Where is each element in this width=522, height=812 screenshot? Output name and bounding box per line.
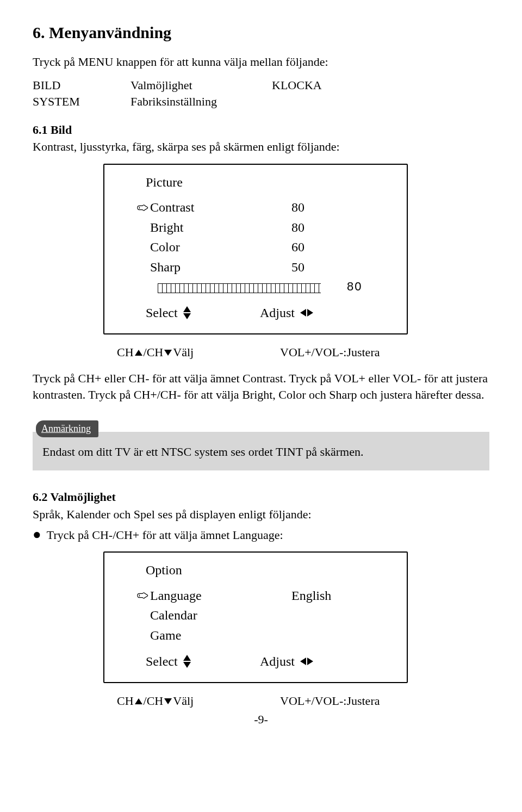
channel-hint: CH /CH Välj VOL+/VOL-:Justera [117, 344, 489, 361]
section-desc: Språk, Kalender och Spel ses på displaye… [33, 506, 489, 523]
osd-slider-value: 80 [347, 278, 362, 295]
up-arrow-icon [135, 698, 142, 704]
menu-options: BILD Valmöjlighet KLOCKA SYSTEM Fabriksi… [33, 77, 489, 109]
osd-adjust-label: Adjust [260, 653, 295, 670]
osd-row: Bright 80 [135, 219, 391, 236]
note-box: Endast om ditt TV är ett NTSC system ses… [33, 432, 489, 471]
updown-arrows-icon [183, 306, 191, 319]
osd-label: Contrast [150, 199, 291, 216]
osd-label: Game [150, 627, 291, 644]
leftright-arrows-icon [300, 658, 313, 665]
note-tab: Anmärkning [36, 420, 98, 437]
osd-label: Calendar [150, 606, 291, 624]
ch-text: Välj [173, 344, 194, 361]
up-arrow-icon [135, 350, 142, 356]
osd-row: Sharp 50 [135, 258, 391, 276]
osd-adjust-label: Adjust [260, 304, 295, 321]
menu-cell: KLOCKA [272, 77, 322, 94]
osd-label: Sharp [150, 258, 291, 276]
osd-row: Game [135, 627, 391, 644]
osd-value: 80 [291, 199, 304, 216]
ch-text: CH [117, 693, 134, 709]
ch-text: /CH [144, 693, 164, 709]
down-arrow-icon [164, 698, 172, 704]
menu-cell: Fabriksinställning [130, 94, 272, 110]
vol-hint: VOL+/VOL-:Justera [280, 693, 380, 709]
menu-cell: SYSTEM [33, 94, 130, 110]
osd-label: Bright [150, 219, 291, 236]
pointer-hand-icon [135, 203, 150, 212]
leftright-arrows-icon [300, 309, 313, 317]
osd-select-label: Select [146, 653, 178, 670]
menu-cell: Valmöjlighet [130, 77, 272, 94]
ch-text: CH [117, 344, 134, 361]
down-arrow-icon [164, 350, 172, 356]
osd-label: Color [150, 238, 291, 256]
osd-slider-bar [158, 283, 321, 293]
bullet-icon: ● [33, 528, 41, 542]
osd-value: English [291, 587, 331, 604]
updown-arrows-icon [183, 655, 191, 668]
osd-row: Color 60 [135, 238, 391, 256]
section-heading: 6.2 Valmöjlighet [33, 489, 489, 505]
channel-hint: CH /CH Välj VOL+/VOL-:Justera [117, 693, 489, 709]
osd-row: Calendar [135, 606, 391, 624]
vol-hint: VOL+/VOL-:Justera [280, 344, 380, 361]
osd-value: 60 [291, 238, 304, 256]
ch-text: Välj [173, 693, 194, 709]
paragraph: Tryck på CH+ eller CH- för att välja ämn… [33, 370, 489, 402]
note-body: Endast om ditt TV är ett NTSC system ses… [42, 445, 363, 458]
osd-row: Contrast 80 [135, 199, 391, 216]
section-heading: 6.1 Bild [33, 122, 489, 138]
page-number: -9- [33, 711, 489, 728]
osd-row: Language English [135, 587, 391, 604]
osd-title: Option [146, 561, 391, 579]
bullet-text: Tryck på CH-/CH+ för att välja ämnet Lan… [47, 527, 283, 543]
osd-value: 80 [291, 219, 304, 236]
pointer-hand-icon [135, 591, 150, 600]
menu-cell: BILD [33, 77, 130, 94]
osd-picture-box: Picture Contrast 80 Bright 80 Color 60 S… [103, 164, 408, 334]
ch-text: /CH [144, 344, 164, 361]
osd-option-box: Option Language English Calendar Game Se… [103, 551, 408, 683]
intro-text: Tryck på MENU knappen för att kunna välj… [33, 54, 489, 70]
osd-title: Picture [146, 173, 391, 191]
page-title: 6. Menyanvändning [33, 22, 489, 44]
osd-value: 50 [291, 258, 304, 276]
osd-label: Language [150, 587, 291, 604]
section-desc: Kontrast, ljusstyrka, färg, skärpa ses p… [33, 139, 489, 155]
osd-select-label: Select [146, 304, 178, 321]
